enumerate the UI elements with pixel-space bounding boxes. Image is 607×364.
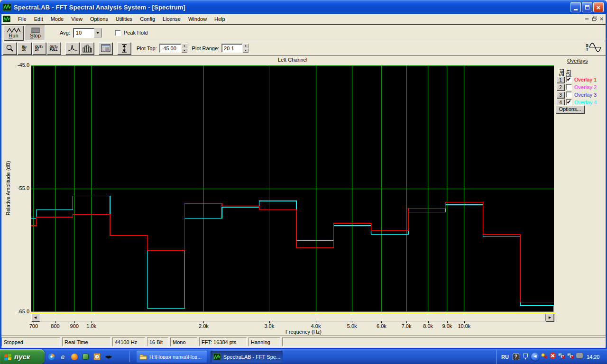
run-label: Run: [9, 33, 18, 38]
folder-icon: [139, 354, 147, 360]
network-disabled-icon-2[interactable]: [567, 353, 574, 361]
scheduler-icon[interactable]: [93, 353, 101, 361]
menu-utilities[interactable]: Utilities: [112, 15, 136, 23]
overlay-2-set-button[interactable]: 2: [557, 84, 564, 91]
spectrum-plot[interactable]: [31, 65, 554, 312]
overlay-1-label: Overlay 1: [574, 77, 597, 82]
language-bar-icon[interactable]: ▼: [523, 354, 528, 360]
menu-help[interactable]: Help: [211, 15, 229, 23]
menu-license[interactable]: License: [159, 15, 184, 23]
title-bar[interactable]: SpectraLAB - FFT Spectral Analysis Syste…: [0, 0, 607, 14]
plot-range-input[interactable]: 20.1: [221, 44, 242, 53]
network-disabled-icon[interactable]: [558, 353, 565, 361]
menu-mode[interactable]: Mode: [47, 15, 68, 23]
status-fft-size: FFT: 16384 pts: [199, 337, 247, 346]
status-filler: [282, 337, 606, 346]
plot-range-spinner[interactable]: ▲▼: [243, 44, 248, 53]
x-tick-mark: [55, 321, 56, 323]
spinner-up-icon[interactable]: ▲: [243, 44, 248, 48]
x-tick-label: 5.0k: [341, 323, 362, 329]
peak-hold-checkbox[interactable]: [115, 30, 121, 36]
line-display-button[interactable]: [65, 42, 79, 55]
sine-wave-icon: [589, 43, 601, 52]
plot-title: Left Channel: [31, 57, 554, 63]
menu-config[interactable]: Config: [136, 15, 159, 23]
spinner-up-icon[interactable]: ▲: [182, 44, 187, 48]
zoom-button[interactable]: [3, 42, 17, 55]
menu-file[interactable]: File: [14, 15, 30, 23]
run-button[interactable]: Run: [4, 26, 23, 40]
scroll-right-arrow-icon[interactable]: ▶: [546, 314, 554, 321]
taskbar-button-spectralab[interactable]: SpectraLAB - FFT Spe...: [211, 351, 283, 363]
scrollbar-thumb[interactable]: [39, 314, 546, 321]
spinner-down-icon[interactable]: ▼: [182, 48, 187, 53]
display-settings-icon[interactable]: [576, 353, 583, 361]
zoom-in-2x-button[interactable]: IN⌕2X: [18, 42, 31, 55]
start-label: пуск: [14, 353, 30, 361]
overlay-options-button[interactable]: Options...: [556, 105, 584, 113]
maximize-button[interactable]: [582, 2, 592, 12]
plot-top-input[interactable]: -45.00: [159, 44, 181, 53]
x-axis-label: Frequency (Hz): [266, 329, 341, 335]
media-player-icon[interactable]: [47, 353, 55, 361]
stop-square-icon: [31, 27, 40, 33]
child-restore-button[interactable]: [592, 18, 596, 21]
display-options-button[interactable]: [99, 42, 112, 55]
spinner-down-icon[interactable]: ▼: [243, 48, 248, 53]
mdi-child-icon: [3, 16, 10, 22]
menu-window[interactable]: Window: [184, 15, 211, 23]
avg-value: 10: [74, 28, 94, 37]
bar-display-button[interactable]: [80, 42, 94, 55]
zoom-out-full-button[interactable]: OUT⌕FULL: [47, 42, 61, 55]
close-button[interactable]: ×: [593, 2, 604, 12]
language-indicator[interactable]: RU: [501, 354, 509, 360]
overlay-2-checkbox[interactable]: [566, 84, 572, 90]
menu-options[interactable]: Options: [86, 15, 112, 23]
clock[interactable]: 14:20: [587, 354, 600, 360]
plot-top-spinner[interactable]: ▲▼: [182, 44, 187, 53]
x-tick-label: 10.0k: [454, 323, 475, 329]
plot-horizontal-scrollbar[interactable]: ◀ ▶: [31, 314, 554, 321]
overlay-3-label: Overlay 3: [574, 92, 597, 98]
key-alert-icon[interactable]: [541, 353, 548, 361]
child-close-button[interactable]: ×: [600, 17, 603, 21]
overlay-4-set-button[interactable]: 4: [557, 99, 564, 106]
y-tick-label: -65.0: [9, 309, 29, 314]
menu-edit[interactable]: Edit: [30, 15, 47, 23]
overlay-3-checkbox[interactable]: [566, 91, 572, 98]
stop-button[interactable]: Stop: [26, 26, 45, 40]
avg-combobox[interactable]: 10 ▼: [73, 28, 102, 38]
overlay-1-checkbox[interactable]: ✔: [566, 76, 572, 82]
help-balloon-icon[interactable]: ?: [513, 354, 519, 360]
zoom-out-2x-icon: OUT⌕2X: [35, 46, 43, 51]
start-button[interactable]: пуск: [0, 349, 45, 364]
signal-generator-button[interactable]: ST: [586, 43, 601, 52]
windows-flag-icon: [4, 353, 12, 361]
overlay-1-set-button[interactable]: 1: [557, 76, 564, 83]
abort-icon[interactable]: [549, 352, 556, 361]
menu-view[interactable]: View: [67, 15, 86, 23]
overlay-3-set-button[interactable]: 3: [557, 91, 564, 98]
overlay-4-checkbox[interactable]: ✔: [566, 99, 572, 105]
green-app-icon[interactable]: [82, 353, 90, 361]
x-tick-label: 8.0k: [418, 323, 439, 329]
show-hidden-icons-chevron[interactable]: ◀: [531, 353, 539, 361]
taskbar-button-folder[interactable]: H:\Новая папка\Нов...: [137, 351, 207, 363]
avg-dropdown-arrow-icon[interactable]: ▼: [94, 28, 102, 37]
vertical-scale-button[interactable]: [117, 42, 131, 55]
browser-icon[interactable]: [70, 353, 78, 361]
bar-display-icon: [83, 44, 92, 53]
x-tick-mark: [203, 321, 204, 323]
scroll-left-arrow-icon[interactable]: ◀: [31, 314, 39, 321]
app-icon: [3, 3, 11, 11]
x-axis-line: [30, 312, 555, 313]
child-minimize-button[interactable]: [585, 18, 589, 19]
bat-app-icon[interactable]: [104, 353, 112, 361]
y-tick-label: -45.0: [9, 62, 29, 68]
x-tick-label: 6.0k: [371, 323, 392, 329]
status-channels: Mono: [170, 337, 197, 346]
internet-explorer-icon[interactable]: e: [59, 353, 67, 361]
window-frame-left: [0, 13, 1, 349]
minimize-button[interactable]: [570, 2, 581, 12]
zoom-out-2x-button[interactable]: OUT⌕2X: [32, 42, 46, 55]
